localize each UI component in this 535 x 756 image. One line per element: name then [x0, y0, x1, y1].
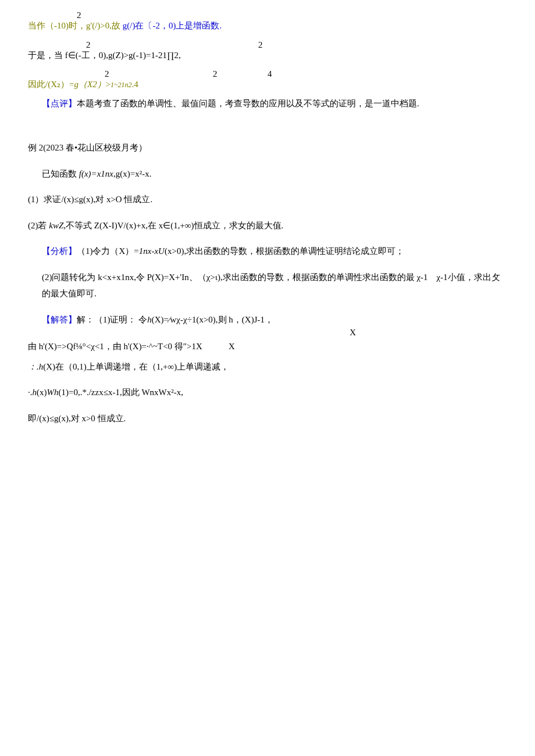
text-fragment: ：. [28, 362, 39, 371]
text-fragment: 1nx-xU [139, 246, 165, 256]
text-fragment: g（X2） [74, 80, 105, 89]
text-fragment: ,g(x)=x²-x. [113, 169, 151, 178]
text-fragment: Wh [47, 388, 59, 397]
text-fragment: .4 [132, 80, 138, 89]
text-fragment: (1)=0,.*./zzx≤x-1,因此 WnxWx²-x, [59, 388, 183, 397]
text-fragment: f(x)=x1nx [79, 169, 113, 178]
frac-num-5: 2 [213, 66, 217, 83]
analysis-1: 【分析】（1)令力（X）=1nx-xU(x>0),求出函数的导数，根据函数的单调… [42, 243, 507, 260]
solution-3: ：.h(X)在（0,1)上单调递增，在（1,+∞)上单调递减， [28, 359, 507, 375]
text-fragment: 1~21n2 [110, 81, 132, 89]
text-fragment: 解：（1)证明： 令 [77, 315, 147, 324]
solution-tag: 【解答】 [42, 315, 77, 324]
text-fragment: 故 [112, 21, 120, 30]
frac-num-6: 4 [268, 66, 272, 83]
frac-num-2: 2 [86, 37, 91, 53]
frac-num-4: 2 [105, 66, 109, 83]
text-line-2: 于是，当 f∈(-工，0),g(Z)>g(-1)=1-21∏2, [28, 47, 507, 64]
text-fragment: h [147, 315, 152, 324]
solution-4: ·.h(x)Wh(1)=0,.*./zzx≤x-1,因此 WnxWx²-x, [28, 384, 507, 401]
comment-text: 本题考查了函数的单调性、最值问题，考查导数的应用以及不等式的证明，是一道中档题. [77, 99, 419, 108]
text-fragment: 已知函数 [42, 169, 79, 178]
analysis-2: (2)问题转化为 k<x+x1nx,令 P(X)=X+'In、（χ>ι),求出函… [42, 269, 507, 302]
frac-num-1: 2 [77, 7, 81, 24]
example-2-header: 例 2(2023 春•花山区校级月考） [28, 139, 507, 156]
text-fragment: (2)若 [28, 221, 49, 230]
text-fragment: kwZ, [49, 221, 66, 230]
text-fragment: （1)令力（X）= [77, 246, 139, 256]
text-line-1: 当作（-10)时，g'(/)>0,故 g(/)在〔-2，0)上是增函数. [28, 17, 507, 34]
text-fragment: 因此/(X₂）= [28, 80, 74, 89]
comment-line: 【点评】本题考查了函数的单调性、最值问题，考查导数的应用以及不等式的证明，是一道… [42, 95, 507, 112]
text-fragment: (X)=∕wχ-χ÷1(x>0),则 h，(X)J-1， [152, 315, 273, 324]
text-fragment: g(/)在〔-2，0)上是增函数. [120, 21, 222, 30]
text-fragment: ·. [28, 388, 33, 397]
text-fragment: 不等式 Z(X-I)V/(x)+x,在 x∈(1,+∞)恒成立，求女的最大值. [66, 221, 283, 230]
sub-x: X [349, 324, 356, 341]
analysis-tag: 【分析】 [42, 246, 77, 256]
solution-1: 【解答】解：（1)证明： 令h(X)=∕wχ-χ÷1(x>0),则 h，(X)J… [42, 311, 507, 328]
text-fragment: (x) [37, 388, 47, 397]
text-fragment: h [33, 388, 37, 397]
text-fragment: 当作（-10)时，g'(/)>0, [28, 21, 112, 30]
text-fragment: (x>0),求出函数的导数，根据函数的单调性证明结论成立即可； [165, 246, 404, 256]
question-2: (2)若 kwZ,不等式 Z(X-I)V/(x)+x,在 x∈(1,+∞)恒成立… [28, 217, 507, 234]
solution-5: 即/(x)≤g(x),对 x>0 恒成立. [28, 410, 507, 427]
comment-tag: 【点评】 [42, 99, 77, 108]
text-fragment: (X)在（0,1)上单调递增，在（1,+∞)上单调递减， [43, 362, 229, 371]
known-function: 已知函数 f(x)=x1nx,g(x)=x²-x. [42, 166, 507, 182]
frac-num-3: 2 [258, 37, 263, 53]
question-1: (1）求证/(x)≤g(x),对 x>O 恒成立. [28, 191, 507, 208]
solution-2: 由 h'(X)=>Qf⅛°<χ<1，由 h'(X)=·^~T<0 得″>1X X [28, 338, 507, 355]
